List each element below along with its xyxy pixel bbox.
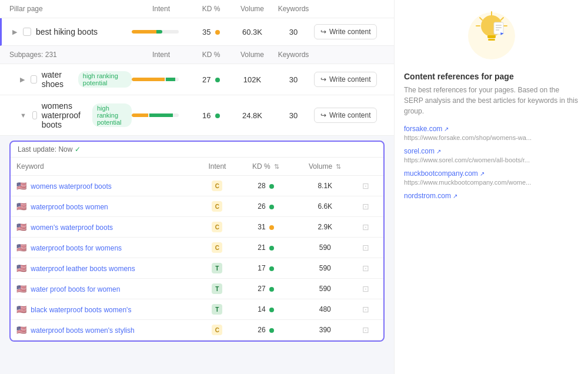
womens-waterproof-intent-bar	[132, 113, 179, 117]
table-row: 🇺🇸 womens waterproof boots C 28 8.1K ⊡	[11, 176, 383, 196]
water-shoes-intent-bar	[132, 78, 179, 81]
col-header-volume: Volume	[232, 5, 273, 13]
keyword-table-section: Last update: Now ✓ Keyword Intent KD %	[9, 141, 385, 342]
copy-icon[interactable]: ⊡	[362, 263, 369, 273]
reference-url: https://www.sorel.com/c/women/all-boots/…	[404, 156, 569, 163]
kw-copy-cell: ⊡	[356, 320, 383, 340]
reference-link[interactable]: forsake.com ↗	[404, 125, 579, 133]
kw-volume-cell: 590	[293, 279, 356, 299]
kw-copy-cell: ⊡	[356, 299, 383, 320]
kw-intent-cell: T	[196, 258, 238, 279]
right-panel: Content references for page The best ref…	[394, 0, 588, 374]
copy-icon[interactable]: ⊡	[362, 284, 369, 293]
keyword-link[interactable]: water proof boots for women	[31, 285, 120, 293]
copy-icon[interactable]: ⊡	[362, 222, 369, 232]
kw-kd-cell: 14	[238, 299, 293, 320]
womens-waterproof-kd-dot	[215, 113, 220, 118]
kd-dot	[269, 287, 274, 292]
keyword-link[interactable]: black waterproof boots women's	[31, 306, 131, 314]
copy-icon[interactable]: ⊡	[362, 325, 369, 335]
keyword-link[interactable]: waterproof boots for womens	[31, 244, 122, 252]
copy-icon[interactable]: ⊡	[362, 202, 369, 211]
kw-kd-cell: 26	[238, 320, 293, 340]
kw-col-volume: Volume ⇅	[293, 158, 356, 176]
kd-dot	[269, 225, 274, 230]
keyword-link[interactable]: waterproof boots women	[31, 203, 108, 211]
keyword-link[interactable]: women's waterproof boots	[31, 223, 113, 232]
keyword-link[interactable]: womens waterproof boots	[31, 182, 111, 191]
kd-dot	[269, 205, 274, 209]
kw-keyword-cell: 🇺🇸 women's waterproof boots	[11, 217, 196, 238]
last-update-bar: Last update: Now ✓	[11, 142, 383, 158]
kw-col-intent: Intent	[196, 158, 238, 176]
subpages-col-intent: Intent	[132, 51, 191, 59]
table-row: 🇺🇸 water proof boots for women T 27 590 …	[11, 279, 383, 299]
intent-badge: C	[212, 242, 222, 253]
keyword-link[interactable]: waterproof leather boots womens	[31, 265, 135, 273]
keyword-link[interactable]: waterproof boots women's stylish	[31, 326, 134, 335]
volume-filter-icon[interactable]: ⇅	[336, 163, 341, 170]
water-shoes-write-button[interactable]: ↪ Write content	[314, 72, 377, 87]
svg-rect-2	[488, 39, 495, 41]
womens-waterproof-write-button[interactable]: ↪ Write content	[314, 108, 377, 123]
pillar-keywords: 30	[273, 28, 314, 36]
kd-dot	[269, 266, 274, 271]
water-shoes-checkbox[interactable]	[31, 75, 37, 84]
reference-item: muckbootcompany.com ↗ https://www.muckbo…	[404, 169, 579, 186]
copy-icon[interactable]: ⊡	[362, 181, 369, 191]
intent-badge: C	[212, 181, 222, 191]
reference-item: nordstrom.com ↗	[404, 192, 579, 200]
external-icon: ↗	[453, 193, 457, 199]
flag-icon: 🇺🇸	[16, 305, 26, 314]
water-shoes-keywords: 30	[273, 75, 314, 84]
table-row: 🇺🇸 waterproof boots women C 26 6.6K ⊡	[11, 196, 383, 217]
external-icon: ↗	[444, 126, 449, 132]
subpages-col-volume: Volume	[232, 51, 273, 59]
table-row: 🇺🇸 waterproof leather boots womens T 17 …	[11, 258, 383, 279]
reference-link[interactable]: nordstrom.com ↗	[404, 192, 579, 200]
copy-icon[interactable]: ⊡	[362, 243, 369, 252]
intent-badge: C	[212, 325, 222, 335]
kw-kd-cell: 27	[238, 279, 293, 299]
reference-link[interactable]: muckbootcompany.com ↗	[404, 169, 579, 178]
subpages-header: Subpages: 231 Intent KD % Volume Keyword…	[0, 46, 394, 64]
col-header-kd: KD %	[191, 5, 232, 13]
expand-womens-button[interactable]: ▼	[19, 111, 28, 120]
kd-filter-icon[interactable]: ⇅	[274, 163, 279, 170]
kw-kd-cell: 26	[238, 196, 293, 217]
table-row: 🇺🇸 waterproof boots for womens C 21 590 …	[11, 238, 383, 258]
kw-kd-cell: 17	[238, 258, 293, 279]
kw-keyword-cell: 🇺🇸 waterproof boots for womens	[11, 238, 196, 258]
expand-water-shoes-button[interactable]: ▶	[19, 75, 26, 85]
kw-intent-cell: C	[196, 217, 238, 238]
water-shoes-title: water shoes	[42, 70, 74, 89]
kw-copy-cell: ⊡	[356, 176, 383, 196]
kw-copy-cell: ⊡	[356, 217, 383, 238]
kw-volume-cell: 2.9K	[293, 217, 356, 238]
water-shoes-badge: high ranking potential	[78, 71, 132, 88]
kw-volume-cell: 6.6K	[293, 196, 356, 217]
illustration	[404, 9, 579, 62]
kw-volume-cell: 8.1K	[293, 176, 356, 196]
copy-icon[interactable]: ⊡	[362, 305, 369, 314]
reference-link[interactable]: sorel.com ↗	[404, 147, 579, 155]
table-row: 🇺🇸 black waterproof boots women's T 14 4…	[11, 299, 383, 320]
kw-col-kd: KD % ⇅	[238, 158, 293, 176]
pillar-checkbox[interactable]	[23, 28, 31, 36]
references-desc: The best references for your pages. Base…	[404, 85, 579, 116]
kw-intent-cell: C	[196, 196, 238, 217]
womens-waterproof-volume: 24.8K	[232, 111, 273, 120]
svg-rect-1	[487, 35, 496, 38]
kw-intent-cell: T	[196, 299, 238, 320]
pillar-title: best hiking boots	[36, 27, 98, 36]
water-shoes-kd-dot	[215, 78, 220, 82]
kw-kd-cell: 28	[238, 176, 293, 196]
flag-icon: 🇺🇸	[16, 202, 26, 211]
external-icon: ↗	[436, 148, 441, 155]
expand-pillar-button[interactable]: ▶	[11, 27, 18, 37]
kw-keyword-cell: 🇺🇸 waterproof leather boots womens	[11, 258, 196, 279]
kw-intent-cell: T	[196, 279, 238, 299]
womens-waterproof-checkbox[interactable]	[32, 111, 37, 119]
intent-badge: C	[212, 201, 222, 212]
pillar-write-button[interactable]: ↪ Write content	[314, 24, 377, 39]
